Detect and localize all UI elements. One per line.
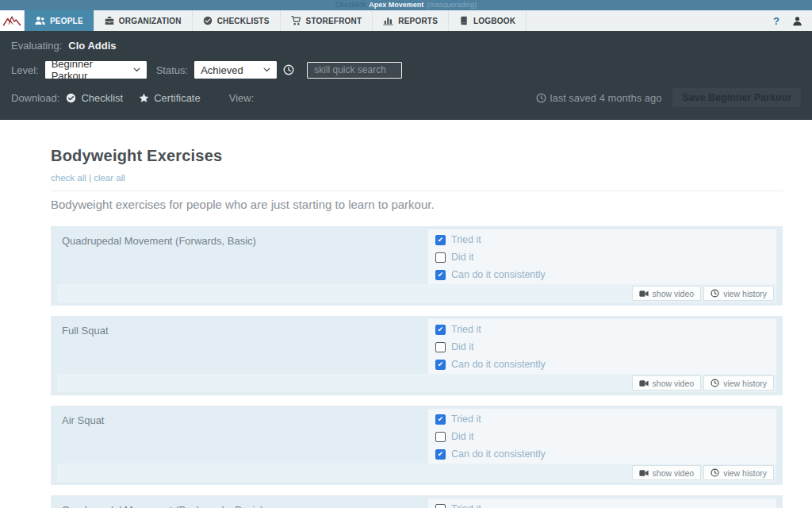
evaluation-toolbar: Evaluating: Clo Addis Level: Beginner Pa… <box>0 31 812 120</box>
tab-storefront[interactable]: STOREFRONT <box>281 10 373 31</box>
checkbox[interactable] <box>435 342 446 352</box>
checkbox-label: Did it <box>451 252 473 263</box>
check-all-link[interactable]: check all <box>51 173 86 183</box>
level-select-value: Beginner Parkour <box>52 58 127 82</box>
view-history-button[interactable]: view history <box>703 286 774 301</box>
tab-label: LOGBOOK <box>473 17 515 25</box>
tab-label: ORGANIZATION <box>119 17 182 25</box>
star-icon <box>139 93 149 103</box>
evaluating-label: Evaluating: <box>11 40 62 52</box>
save-area: last saved 4 months ago Save Beginner Pa… <box>536 88 801 107</box>
main-nav: PEOPLE ORGANIZATION CHECKLISTS S <box>0 10 812 31</box>
view-history-button[interactable]: view history <box>703 465 774 480</box>
help-link[interactable]: ? <box>773 15 779 27</box>
skill-row-quadrupedal-backwards: Quadrupedal Movement (Backwards, Basic) … <box>51 495 783 508</box>
checkbox[interactable] <box>435 270 446 280</box>
show-video-button[interactable]: show video <box>632 465 702 480</box>
download-label: Download: <box>11 92 59 104</box>
show-video-button[interactable]: show video <box>632 286 702 301</box>
skill-name: Air Squat <box>62 414 104 426</box>
download-checklist-link[interactable]: Checklist <box>66 92 123 104</box>
download-certificate-link[interactable]: Certificate <box>139 92 201 104</box>
save-level-button[interactable]: Save Beginner Parkour <box>672 88 801 107</box>
bulk-links: check all | clear all <box>51 173 783 183</box>
show-video-button[interactable]: show video <box>632 375 702 391</box>
masquerade-bar: Checklick Apex Movement (masquerading) <box>0 0 812 10</box>
checkbox-label: Did it <box>451 341 473 352</box>
did-it-checkbox-row[interactable]: Did it <box>435 428 776 445</box>
checkbox[interactable] <box>435 432 446 442</box>
app-name: Checklick <box>335 0 366 10</box>
tried-it-checkbox-row[interactable]: Tried it <box>435 231 776 248</box>
history-clock-icon <box>710 289 719 298</box>
show-video-label: show video <box>653 379 695 388</box>
skill-quick-search-input[interactable] <box>307 62 402 79</box>
organization-name: Apex Movement <box>369 0 423 10</box>
nav-right: ? <box>773 10 812 31</box>
history-clock-icon <box>710 379 719 387</box>
chevron-down-icon <box>133 67 140 72</box>
clock-icon <box>536 93 546 103</box>
checkbox-label: Did it <box>451 431 473 442</box>
tried-it-checkbox-row[interactable]: Tried it <box>435 321 776 338</box>
status-history-clock-icon[interactable] <box>283 64 294 75</box>
category-description: Bodyweight exercises for people who are … <box>51 198 783 211</box>
divider <box>51 190 783 191</box>
skill-row-air-squat: Air Squat Tried it Did it Can do it cons… <box>51 406 783 485</box>
cart-icon <box>291 16 301 25</box>
did-it-checkbox-row[interactable]: Did it <box>435 248 776 266</box>
level-select[interactable]: Beginner Parkour <box>45 61 147 79</box>
last-saved-text: last saved 4 months ago <box>550 92 662 104</box>
checkbox-label: Tried it <box>451 414 481 425</box>
tab-logbook[interactable]: LOGBOOK <box>449 10 527 31</box>
skill-footer: show video view history <box>57 374 776 392</box>
tab-checklists[interactable]: CHECKLISTS <box>193 10 281 31</box>
view-history-label: view history <box>723 468 767 478</box>
status-select-value: Achieved <box>201 64 243 76</box>
video-camera-icon <box>639 469 649 477</box>
consistent-checkbox-row[interactable]: Can do it consistently <box>435 266 776 283</box>
tried-it-checkbox-row[interactable]: Tried it <box>435 500 776 508</box>
checkbox[interactable] <box>435 252 446 263</box>
tab-reports[interactable]: REPORTS <box>373 10 449 31</box>
page-title: Bodyweight Exercises <box>51 147 783 165</box>
skill-name: Quadrupedal Movement (Forwards, Basic) <box>62 235 256 247</box>
last-saved: last saved 4 months ago <box>536 92 662 104</box>
tab-organization[interactable]: ORGANIZATION <box>94 10 193 31</box>
checkbox[interactable] <box>435 504 446 508</box>
mountain-logo-icon <box>2 15 21 27</box>
tab-people[interactable]: PEOPLE <box>25 10 94 31</box>
checkbox-label: Tried it <box>451 324 481 335</box>
status-select[interactable]: Achieved <box>194 61 277 79</box>
skill-checkbox-panel: Tried it Did it Can do it consistently <box>428 319 776 375</box>
logo[interactable] <box>0 10 25 31</box>
video-camera-icon <box>639 290 649 298</box>
checkbox-label: Can do it consistently <box>451 359 546 370</box>
tab-label: PEOPLE <box>50 17 83 25</box>
checkbox-label: Tried it <box>451 234 481 245</box>
check-circle-icon <box>203 16 213 25</box>
consistent-checkbox-row[interactable]: Can do it consistently <box>435 445 776 463</box>
skill-checkbox-panel: Tried it Did it Can do it consistently <box>428 409 776 464</box>
checklist-content: Bodyweight Exercises check all | clear a… <box>0 120 812 508</box>
tried-it-checkbox-row[interactable]: Tried it <box>435 410 776 428</box>
download-certificate-label: Certificate <box>154 92 201 104</box>
consistent-checkbox-row[interactable]: Can do it consistently <box>435 356 776 373</box>
checkbox-label: Can do it consistently <box>451 269 546 280</box>
clear-all-link[interactable]: clear all <box>94 173 125 183</box>
checkbox[interactable] <box>435 414 446 425</box>
did-it-checkbox-row[interactable]: Did it <box>435 338 776 356</box>
chevron-down-icon <box>263 67 270 72</box>
checkbox[interactable] <box>435 449 446 460</box>
bar-chart-icon <box>383 16 393 25</box>
download-row: Download: Checklist Certificate View: <box>0 83 812 112</box>
skill-row-quadrupedal-forwards: Quadrupedal Movement (Forwards, Basic) T… <box>51 226 783 306</box>
user-account-icon[interactable] <box>792 16 802 26</box>
skill-checkbox-panel: Tried it Did it Can do it consistently <box>428 498 776 508</box>
view-history-button[interactable]: view history <box>703 375 774 391</box>
checkbox[interactable] <box>435 235 446 245</box>
checkbox[interactable] <box>435 325 446 335</box>
checkbox[interactable] <box>435 360 446 370</box>
level-label: Level: <box>11 64 39 76</box>
skill-footer: show video view history <box>57 464 776 482</box>
